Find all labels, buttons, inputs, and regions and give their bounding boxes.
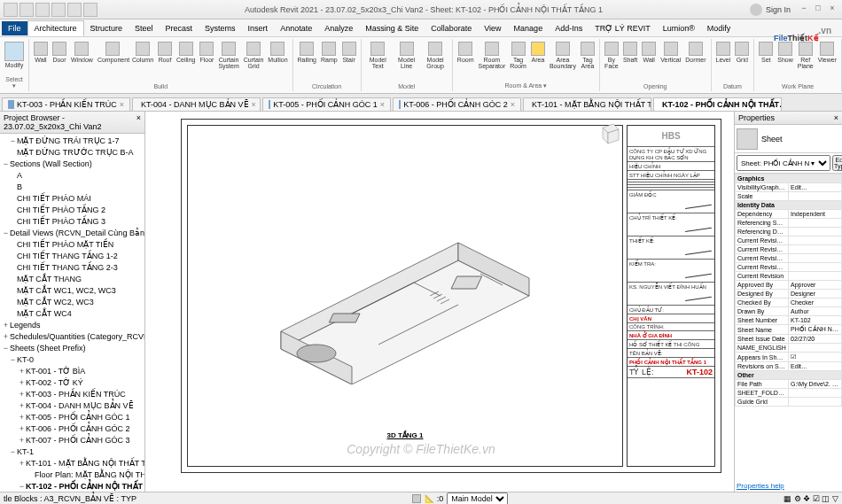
- tool-grid[interactable]: Grid: [734, 41, 750, 64]
- tree-label[interactable]: CHI TIẾT PHÀO MÁI: [17, 194, 91, 203]
- tree-node[interactable]: −Sections (Wall Section): [2, 159, 143, 170]
- tab-close-icon[interactable]: ×: [380, 100, 385, 109]
- prop-value[interactable]: [789, 398, 842, 407]
- tree-toggle-icon[interactable]: −: [9, 446, 17, 457]
- tree-label[interactable]: KT-006 - PHỐI CẢNH GÓC 2: [26, 424, 130, 433]
- tool-column[interactable]: Column: [131, 41, 154, 64]
- tool-component[interactable]: Component: [97, 41, 129, 64]
- prop-value[interactable]: [789, 219, 842, 228]
- doc-tab[interactable]: KT-004 - DANH MỤC BẢN VẼ×: [132, 97, 261, 111]
- menu-tab-massing-site[interactable]: Massing & Site: [359, 21, 425, 35]
- menu-tab-analyze[interactable]: Analyze: [318, 21, 359, 35]
- tree-toggle-icon[interactable]: +: [2, 331, 10, 342]
- menu-tab-add-ins[interactable]: Add-Ins: [549, 21, 589, 35]
- menu-tab-tr-l-revit[interactable]: TRỢ LÝ REVIT: [589, 21, 657, 35]
- menu-tab-architecture[interactable]: Architecture: [27, 20, 84, 36]
- tree-toggle-icon[interactable]: −: [9, 354, 17, 365]
- tree-label[interactable]: CHI TIẾT THANG TẦNG 1-2: [17, 252, 118, 260]
- tree-toggle-icon[interactable]: +: [18, 423, 26, 434]
- prop-value[interactable]: Author: [789, 307, 842, 316]
- tool-curtain-system[interactable]: Curtain System: [217, 41, 239, 70]
- prop-value[interactable]: 02/27/20: [789, 335, 842, 344]
- tree-toggle-icon[interactable]: +: [18, 435, 26, 446]
- sign-in[interactable]: Sign In: [750, 4, 791, 16]
- menu-tab-annotate[interactable]: Annotate: [274, 21, 318, 35]
- prop-value[interactable]: [789, 245, 842, 254]
- tool-door[interactable]: Door: [51, 41, 67, 64]
- tree-label[interactable]: MẶT CẮT WC1, WC2, WC3: [17, 286, 116, 295]
- prop-value[interactable]: Checker: [789, 299, 842, 307]
- properties-help-link[interactable]: Properties help: [735, 480, 842, 492]
- qat-open-icon[interactable]: [19, 3, 34, 17]
- tree-node[interactable]: −KT-102 - PHỐI CẢNH NỘI THẤT TẦNG…: [2, 481, 143, 492]
- drawing-canvas[interactable]: 3D TẦNG 1 HBSCÔNG TY CP ĐẦU TƯ XD ỨNG DỤ…: [145, 112, 734, 492]
- tree-node[interactable]: MẶT ĐỨNG TRƯỚC TRỤC B-A: [2, 147, 143, 159]
- tool-shaft[interactable]: Shaft: [622, 41, 638, 64]
- tool-model-text[interactable]: Model Text: [365, 41, 391, 70]
- prop-value[interactable]: [789, 263, 842, 272]
- tool-ramp[interactable]: Ramp: [320, 41, 339, 64]
- tree-label[interactable]: MẶT CẮT THANG: [17, 275, 82, 283]
- view-cube[interactable]: [596, 119, 622, 145]
- tree-node[interactable]: MẶT CẮT WC4: [2, 308, 143, 320]
- tree-label[interactable]: KT-102 - PHỐI CẢNH NỘI THẤT TẦNG…: [26, 482, 144, 491]
- workset-selector[interactable]: Main Model: [447, 492, 508, 505]
- tool-room-separator[interactable]: Room Separator: [478, 41, 507, 70]
- close-button[interactable]: ×: [826, 4, 838, 16]
- prop-value[interactable]: [789, 192, 842, 201]
- tab-close-icon[interactable]: ×: [511, 100, 515, 109]
- doc-tab[interactable]: KT-005 - PHỐI CẢNH GÓC 1×: [262, 97, 391, 111]
- viewport[interactable]: 3D TẦNG 1: [187, 125, 623, 467]
- tree-toggle-icon[interactable]: −: [18, 481, 26, 492]
- tool-curtain-grid[interactable]: Curtain Grid: [243, 41, 265, 70]
- prop-value[interactable]: Edit…: [789, 362, 842, 371]
- doc-tab[interactable]: KT-006 - PHỐI CẢNH GÓC 2×: [393, 97, 521, 111]
- tree-node[interactable]: MẶT CẮT WC1, WC2, WC3: [2, 285, 143, 297]
- tree-toggle-icon[interactable]: +: [18, 400, 26, 411]
- tree-node[interactable]: +KT-101 - MẶT BẰNG NỘI THẤT TẦNG 1: [2, 458, 143, 469]
- tool-floor[interactable]: Floor: [199, 41, 214, 64]
- qat-redo-icon[interactable]: [67, 3, 82, 17]
- tree-node[interactable]: A: [2, 170, 143, 182]
- prop-value[interactable]: PHỐI CẢNH NỘ…: [789, 325, 842, 335]
- tree-label[interactable]: KT-1: [17, 447, 34, 456]
- tree-toggle-icon[interactable]: +: [18, 366, 26, 376]
- edit-type-button[interactable]: Edit Type: [832, 155, 842, 171]
- tool-by-face[interactable]: By Face: [604, 41, 620, 70]
- menu-tab-file[interactable]: File: [2, 21, 27, 35]
- tool-tag-area[interactable]: Tag Area: [580, 41, 596, 70]
- tree-label[interactable]: Schedules/Quantities (Category_RCVN): [10, 332, 144, 341]
- tree-node[interactable]: −KT-1: [2, 446, 143, 458]
- menu-tab-precast[interactable]: Precast: [160, 21, 199, 35]
- tool-area[interactable]: Area: [530, 41, 546, 64]
- tree-toggle-icon[interactable]: −: [2, 343, 10, 353]
- tree-node[interactable]: +KT-004 - DANH MỤC BẢN VẼ: [2, 400, 143, 412]
- prop-value[interactable]: Independent: [789, 210, 842, 219]
- tree-label[interactable]: KT-007 - PHỐI CẢNH GÓC 3: [26, 436, 130, 445]
- tree-node[interactable]: CHI TIẾT PHÀO TẦNG 2: [2, 205, 143, 216]
- tool-roof[interactable]: Roof: [157, 41, 173, 64]
- tree-label[interactable]: Sections (Wall Section): [10, 159, 92, 168]
- tree-node[interactable]: +KT-003 - PHẦN KIẾN TRÚC: [2, 389, 143, 400]
- tree-label[interactable]: MẶT ĐỨNG TRÁI TRỤC 1-7: [17, 136, 120, 145]
- tool-wall[interactable]: Wall: [641, 41, 657, 64]
- menu-tab-insert[interactable]: Insert: [242, 21, 275, 35]
- tool-level[interactable]: Level: [715, 41, 732, 64]
- tree-toggle-icon[interactable]: +: [18, 412, 26, 423]
- prop-value[interactable]: ☑: [789, 353, 842, 362]
- tree-label[interactable]: MẶT CẮT WC2, WC3: [17, 298, 94, 306]
- tool-vertical[interactable]: Vertical: [659, 41, 682, 64]
- menu-tab-view[interactable]: View: [478, 21, 507, 35]
- prop-value[interactable]: [789, 254, 842, 263]
- doc-tab[interactable]: KT-101 - MẶT BẰNG NỘI THẤT TẦ…×: [523, 97, 651, 111]
- tool-ceiling[interactable]: Ceiling: [175, 41, 196, 64]
- properties-grid[interactable]: GraphicsVisibility/Graphi…Edit…ScaleIden…: [735, 174, 842, 407]
- tree-node[interactable]: CHI TIẾT THANG TẦNG 1-2: [2, 251, 143, 262]
- menu-tab-lumion-[interactable]: Lumion®: [657, 21, 701, 35]
- tab-close-icon[interactable]: ×: [120, 100, 124, 109]
- menu-tab-modify[interactable]: Modify: [701, 21, 737, 35]
- tree-node[interactable]: +KT-001 - TỜ BÌA: [2, 366, 143, 377]
- tree-node[interactable]: MẶT CẮT THANG: [2, 274, 143, 285]
- tool-modify[interactable]: Modify: [4, 41, 25, 69]
- tree-label[interactable]: Sheets (Sheet Prefix): [10, 344, 86, 353]
